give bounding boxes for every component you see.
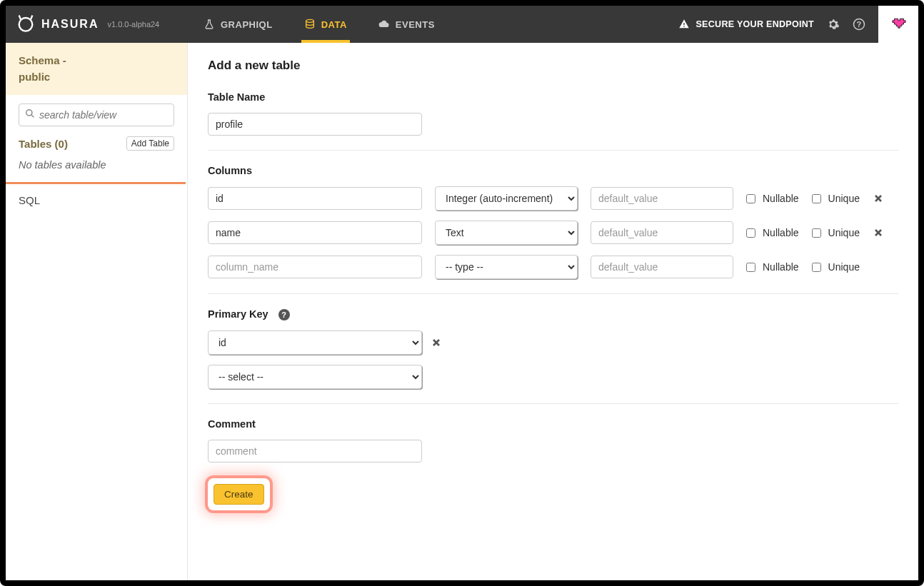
create-button[interactable]: Create <box>214 484 264 505</box>
unique-label: Unique <box>812 193 860 204</box>
gear-icon[interactable] <box>827 18 840 31</box>
topbar-right: SECURE YOUR ENDPOINT ? <box>678 6 918 43</box>
main-nav: GRAPHIQL DATA EVENTS <box>188 6 451 43</box>
nullable-label: Nullable <box>746 193 799 204</box>
divider <box>208 150 898 151</box>
table-search-input[interactable] <box>39 109 168 121</box>
table-name-label: Table Name <box>208 91 898 103</box>
remove-pk-icon[interactable] <box>431 337 442 348</box>
column-type-select[interactable]: Integer (auto-increment) <box>435 186 578 211</box>
top-nav-bar: HASURA v1.0.0-alpha24 GRAPHIQL DATA EV <box>6 6 918 43</box>
columns-label: Columns <box>208 165 898 176</box>
primary-key-select[interactable]: id <box>208 330 422 355</box>
svg-rect-3 <box>684 26 685 27</box>
heart-icon <box>890 15 907 34</box>
nav-graphiql[interactable]: GRAPHIQL <box>188 6 288 43</box>
database-icon <box>304 19 316 30</box>
column-default-input[interactable] <box>591 221 733 244</box>
table-name-input[interactable] <box>208 113 422 136</box>
no-tables-message: No tables available <box>6 155 187 181</box>
tables-count-label: Tables (0) <box>19 138 68 150</box>
nav-graphiql-label: GRAPHIQL <box>221 19 273 30</box>
secure-endpoint-label: SECURE YOUR ENDPOINT <box>695 19 814 29</box>
remove-column-icon[interactable] <box>873 193 884 204</box>
divider <box>208 293 898 294</box>
create-highlight: Create <box>208 478 270 510</box>
add-table-button[interactable]: Add Table <box>126 136 174 151</box>
column-default-input[interactable] <box>591 187 733 210</box>
help-icon[interactable]: ? <box>853 18 865 31</box>
app-version: v1.0.0-alpha24 <box>107 20 159 29</box>
column-row: Text Nullable Unique <box>208 221 898 245</box>
sidebar: Schema - public Tables (0) Add Table No … <box>6 43 188 580</box>
svg-point-6 <box>26 110 32 116</box>
column-type-select[interactable]: -- type -- <box>435 255 578 279</box>
flask-icon <box>204 19 215 30</box>
nullable-label: Nullable <box>746 227 799 238</box>
column-row: Integer (auto-increment) Nullable Unique <box>208 186 898 211</box>
svg-text:?: ? <box>857 20 861 29</box>
column-name-input[interactable] <box>208 221 422 244</box>
column-type-select[interactable]: Text <box>435 221 578 245</box>
logo-area: HASURA v1.0.0-alpha24 <box>6 6 188 43</box>
column-row: -- type -- Nullable Unique <box>208 255 898 279</box>
schema-label-2: public <box>19 69 174 86</box>
svg-point-1 <box>306 19 313 22</box>
comment-label: Comment <box>208 418 898 430</box>
schema-label-1: Schema - <box>19 53 174 69</box>
svg-point-0 <box>19 18 33 31</box>
column-default-input[interactable] <box>591 256 733 278</box>
primary-key-select[interactable]: -- select -- <box>208 365 422 389</box>
hasura-logo-icon <box>16 13 36 36</box>
page-title: Add a new table <box>208 59 898 73</box>
nullable-checkbox[interactable] <box>746 194 755 203</box>
cloud-icon <box>378 19 390 30</box>
nullable-label: Nullable <box>746 261 799 273</box>
unique-checkbox[interactable] <box>812 194 821 203</box>
unique-checkbox[interactable] <box>812 263 821 272</box>
sql-link[interactable]: SQL <box>6 184 187 216</box>
unique-label: Unique <box>812 227 860 238</box>
primary-key-label: Primary Key ? <box>208 308 898 320</box>
warning-icon <box>678 19 690 30</box>
svg-rect-2 <box>684 23 685 25</box>
divider <box>208 403 898 404</box>
column-name-input[interactable] <box>208 256 422 278</box>
secure-endpoint-link[interactable]: SECURE YOUR ENDPOINT <box>678 19 814 30</box>
heart-button[interactable] <box>878 6 918 43</box>
schema-selector[interactable]: Schema - public <box>6 43 187 95</box>
app-name: HASURA <box>41 18 99 31</box>
unique-label: Unique <box>812 261 860 273</box>
unique-checkbox[interactable] <box>812 228 821 238</box>
search-icon <box>25 108 35 121</box>
nullable-checkbox[interactable] <box>746 263 755 272</box>
nav-events[interactable]: EVENTS <box>363 6 451 43</box>
table-search[interactable] <box>19 103 174 126</box>
nav-events-label: EVENTS <box>396 19 435 30</box>
nav-data[interactable]: DATA <box>288 6 363 43</box>
nullable-checkbox[interactable] <box>746 228 755 238</box>
main-content: Add a new table Table Name Columns Integ… <box>188 43 918 580</box>
nav-data-label: DATA <box>321 19 347 30</box>
remove-column-icon[interactable] <box>873 227 884 238</box>
help-icon[interactable]: ? <box>278 309 290 320</box>
column-name-input[interactable] <box>208 187 422 210</box>
comment-input[interactable] <box>208 440 422 463</box>
